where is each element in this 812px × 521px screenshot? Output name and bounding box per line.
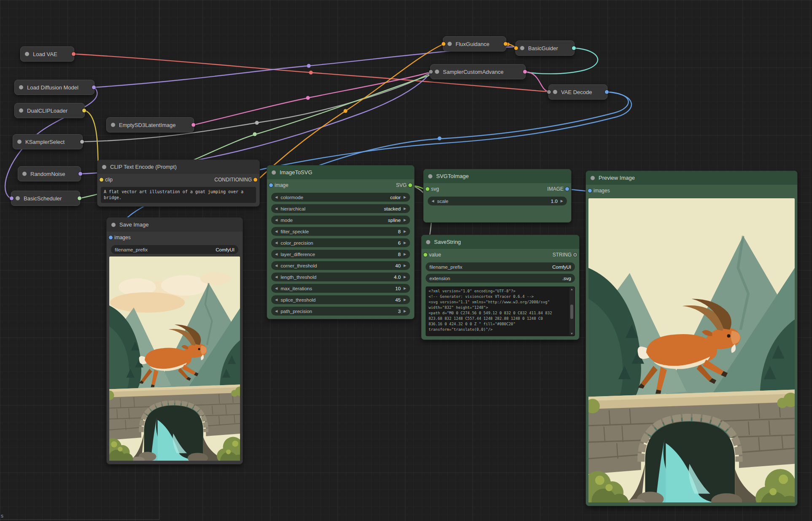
path-precision-widget[interactable]: ◀ path_precision 3 ▶ <box>271 307 410 316</box>
node-header[interactable]: Preview Image <box>586 171 797 185</box>
max-iterations-widget[interactable]: ◀ max_iterations 10 ▶ <box>271 284 410 293</box>
node-fluxguidance[interactable]: FluxGuidance <box>443 36 506 51</box>
node-vae-decode[interactable]: VAE Decode <box>548 84 607 100</box>
layer-difference-widget[interactable]: ◀ layer_difference 8 ▶ <box>271 250 410 259</box>
colormode-widget[interactable]: ◀ colormode color ▶ <box>271 193 410 202</box>
node-basicscheduler[interactable]: BasicScheduler <box>11 191 80 206</box>
collapse-toggle-icon[interactable] <box>111 123 115 127</box>
decrement-arrow-icon[interactable]: ◀ <box>275 241 278 245</box>
increment-arrow-icon[interactable]: ▶ <box>404 310 406 313</box>
image-input-slot[interactable] <box>269 184 273 187</box>
node-dualcliploader[interactable]: DualCLIPLoader <box>14 103 85 118</box>
increment-arrow-icon[interactable]: ▶ <box>404 264 406 267</box>
inputs-slot[interactable] <box>429 70 433 74</box>
sampler-output-slot[interactable] <box>80 140 84 144</box>
collapse-toggle-icon[interactable] <box>448 42 452 46</box>
increment-arrow-icon[interactable]: ▶ <box>404 241 406 245</box>
node-graph-canvas[interactable]: Load VAE Load Diffusion Model DualCLIPLo… <box>0 0 812 521</box>
decrement-arrow-icon[interactable]: ◀ <box>275 207 278 211</box>
collapse-toggle-icon[interactable] <box>22 172 27 176</box>
increment-arrow-icon[interactable]: ▶ <box>404 287 406 290</box>
images-input-slot[interactable] <box>109 236 113 240</box>
scale-widget[interactable]: ◀ scale 1.0 ▶ <box>428 197 567 205</box>
node-header[interactable]: SaveString <box>421 235 579 249</box>
collapse-toggle-icon[interactable] <box>25 52 29 56</box>
node-ksamplerselect[interactable]: KSamplerSelect <box>13 134 83 149</box>
collapse-toggle-icon[interactable] <box>520 46 524 50</box>
vae-output-slot[interactable] <box>72 52 76 56</box>
scrollbar-thumb[interactable] <box>570 305 573 319</box>
collapse-toggle-icon[interactable] <box>426 240 430 244</box>
node-savestring[interactable]: SaveString value STRING filename_prefix … <box>421 235 580 340</box>
decrement-arrow-icon[interactable]: ◀ <box>275 219 278 222</box>
sigmas-output-slot[interactable] <box>78 197 81 200</box>
extension-widget[interactable]: extension .svg <box>426 274 575 283</box>
collapse-toggle-icon[interactable] <box>102 165 106 169</box>
collapse-toggle-icon[interactable] <box>428 174 432 178</box>
filter-speckle-widget[interactable]: ◀ filter_speckle 8 ▶ <box>271 227 410 236</box>
corner-threshold-widget[interactable]: ◀ corner_threshold 40 ▶ <box>271 261 410 270</box>
decrement-arrow-icon[interactable]: ◀ <box>275 230 278 233</box>
images-input-slot[interactable] <box>588 189 592 193</box>
model-output-slot[interactable] <box>92 86 96 89</box>
increment-arrow-icon[interactable]: ▶ <box>404 196 406 199</box>
node-header[interactable]: SVGToImage <box>424 169 571 183</box>
inputs-slot[interactable] <box>514 46 518 50</box>
collapse-toggle-icon[interactable] <box>19 108 23 113</box>
increment-arrow-icon[interactable]: ▶ <box>404 230 406 233</box>
scroll-up-icon[interactable]: ▲ <box>570 288 573 291</box>
latent-output-slot[interactable] <box>523 70 527 74</box>
filename-prefix-widget[interactable]: filename_prefix ComfyUI <box>111 245 238 254</box>
decrement-arrow-icon[interactable]: ◀ <box>275 196 278 199</box>
increment-arrow-icon[interactable]: ▶ <box>404 207 406 211</box>
increment-arrow-icon[interactable]: ▶ <box>561 200 563 203</box>
color-precision-widget[interactable]: ◀ color_precision 6 ▶ <box>271 238 410 247</box>
node-emptysd3latentimage[interactable]: EmptySD3LatentImage <box>106 117 194 132</box>
conditioning-output-slot[interactable] <box>254 178 257 182</box>
collapse-toggle-icon[interactable] <box>591 176 595 180</box>
clip-input-slot[interactable] <box>100 178 103 182</box>
conditioning-input-slot[interactable] <box>442 42 445 46</box>
noise-output-slot[interactable] <box>78 172 82 176</box>
clip-output-slot[interactable] <box>82 109 86 113</box>
value-input-slot[interactable] <box>424 253 427 257</box>
collapse-toggle-icon[interactable] <box>17 140 22 144</box>
collapse-toggle-icon[interactable] <box>16 196 20 200</box>
node-preview-image[interactable]: Preview Image images <box>585 170 798 506</box>
decrement-arrow-icon[interactable]: ◀ <box>432 200 434 203</box>
latent-output-slot[interactable] <box>192 123 195 127</box>
scroll-down-icon[interactable]: ▼ <box>570 332 573 335</box>
node-basicguider[interactable]: BasicGuider <box>515 40 575 56</box>
decrement-arrow-icon[interactable]: ◀ <box>275 275 278 279</box>
filename-prefix-widget[interactable]: filename_prefix ComfyUI <box>426 262 575 271</box>
mode-widget[interactable]: ◀ mode spline ▶ <box>271 216 410 224</box>
node-clip-text-encode[interactable]: CLIP Text Encode (Prompt) clip CONDITION… <box>97 159 260 207</box>
node-imagetosvg[interactable]: ImageToSVG image SVG ◀ colormode color ▶… <box>267 165 415 319</box>
decrement-arrow-icon[interactable]: ◀ <box>275 287 278 290</box>
guider-output-slot[interactable] <box>572 46 576 50</box>
increment-arrow-icon[interactable]: ▶ <box>404 219 406 222</box>
decrement-arrow-icon[interactable]: ◀ <box>275 253 278 256</box>
collapse-toggle-icon[interactable] <box>553 90 557 94</box>
node-header[interactable]: Save Image <box>107 218 243 232</box>
node-header[interactable]: CLIP Text Encode (Prompt) <box>97 160 259 174</box>
node-samplercustomadvance[interactable]: SamplerCustomAdvance <box>430 64 526 79</box>
image-output-slot[interactable] <box>605 90 609 94</box>
increment-arrow-icon[interactable]: ▶ <box>404 275 406 279</box>
collapse-toggle-icon[interactable] <box>435 70 439 74</box>
decrement-arrow-icon[interactable]: ◀ <box>275 264 278 267</box>
scrollbar[interactable]: ▲ ▼ <box>569 287 574 335</box>
collapse-toggle-icon[interactable] <box>111 223 116 227</box>
decrement-arrow-icon[interactable]: ◀ <box>275 298 278 302</box>
hierarchical-widget[interactable]: ◀ hierarchical stacked ▶ <box>271 204 410 213</box>
node-load-diffusion-model[interactable]: Load Diffusion Model <box>14 80 94 95</box>
prompt-textarea[interactable]: A flat vector art illustration of a goat… <box>101 187 256 203</box>
node-load-vae[interactable]: Load VAE <box>20 46 74 62</box>
image-output-slot[interactable] <box>565 187 569 191</box>
decrement-arrow-icon[interactable]: ◀ <box>275 310 278 313</box>
node-header[interactable]: ImageToSVG <box>267 165 414 179</box>
svg-output-slot[interactable] <box>408 184 412 187</box>
length-threshold-widget[interactable]: ◀ length_threshold 4.0 ▶ <box>271 273 410 281</box>
model-input-slot[interactable] <box>10 197 13 200</box>
increment-arrow-icon[interactable]: ▶ <box>404 253 406 256</box>
